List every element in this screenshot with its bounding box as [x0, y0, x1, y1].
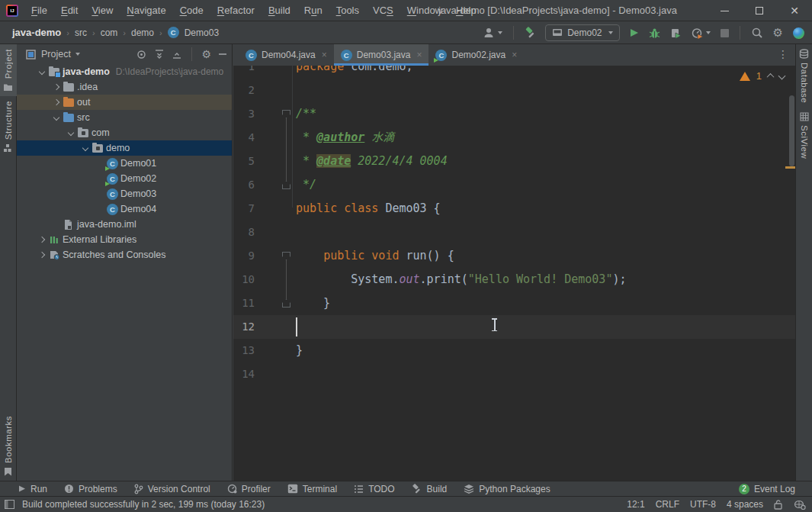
run-with-coverage-button[interactable]: [669, 24, 683, 42]
chevron-down-icon[interactable]: [75, 53, 80, 56]
menu-navigate[interactable]: Navigate: [120, 0, 172, 21]
line-separator[interactable]: CRLF: [656, 499, 679, 510]
toolwindow-button-version-control[interactable]: Version Control: [134, 484, 210, 494]
minimize-button[interactable]: [707, 0, 742, 21]
event-log-button[interactable]: 2 Event Log: [739, 484, 795, 494]
tree-node-demo[interactable]: demo: [17, 140, 232, 156]
breadcrumb-item[interactable]: demo: [131, 27, 154, 38]
stripe-button-sciview[interactable]: SciView: [796, 108, 812, 163]
code-line-7[interactable]: 7public class Demo03 {: [233, 197, 795, 221]
toolwindow-button-profiler[interactable]: Profiler: [227, 484, 271, 494]
chevron-right-icon[interactable]: [35, 237, 49, 242]
toolwindow-button-run[interactable]: Run: [18, 484, 47, 494]
toolwindow-button-todo[interactable]: TODO: [354, 484, 394, 494]
code-line-10[interactable]: 10 System.out.print("Hello World! Demo03…: [233, 268, 795, 291]
chevron-right-icon[interactable]: [50, 85, 63, 89]
tree-node-out[interactable]: out: [17, 95, 232, 110]
menu-code[interactable]: Code: [173, 0, 210, 21]
stripe-button-structure[interactable]: Structure: [0, 96, 17, 157]
search-everywhere-button[interactable]: [749, 24, 765, 42]
tree-node-java-demo-iml[interactable]: java-demo.iml: [17, 217, 232, 232]
tree-node-scratches-and-consoles[interactable]: Scratches and Consoles: [17, 247, 232, 262]
stripe-button-bookmarks[interactable]: Bookmarks: [0, 411, 17, 481]
editor-tab-demo02-java[interactable]: CDemo02.java×: [428, 44, 524, 66]
menu-vcs[interactable]: VCS: [366, 0, 400, 21]
tree-node-demo03[interactable]: CDemo03: [17, 186, 232, 201]
code-with-me-button[interactable]: [791, 24, 806, 42]
tree-node-com[interactable]: com: [17, 125, 232, 140]
hide-panel-icon[interactable]: [218, 50, 227, 59]
chevron-right-icon[interactable]: [35, 253, 49, 257]
tree-node-src[interactable]: src: [17, 110, 232, 125]
stripe-button-database[interactable]: Database: [796, 44, 812, 108]
code-line-1[interactable]: 1package com.demo;: [233, 66, 795, 79]
inspection-widget[interactable]: 1: [740, 70, 785, 82]
toolwindow-button-terminal[interactable]: Terminal: [287, 484, 337, 494]
tree-node-java-demo[interactable]: java-demoD:\IdeaProjects\java-demo: [17, 64, 232, 79]
tree-node-demo02[interactable]: CDemo02: [17, 171, 232, 186]
gear-icon[interactable]: ⚙: [201, 48, 211, 60]
menu-refactor[interactable]: Refactor: [210, 0, 262, 21]
prev-issue-icon[interactable]: [767, 73, 775, 81]
run-button[interactable]: [627, 24, 640, 42]
menu-build[interactable]: Build: [262, 0, 297, 21]
breadcrumb-item[interactable]: Demo03: [185, 27, 219, 38]
stripe-button-project[interactable]: Project: [0, 44, 17, 96]
project-panel-title[interactable]: Project: [41, 49, 71, 60]
code-line-11[interactable]: 11 }: [233, 291, 795, 315]
close-tab-icon[interactable]: ×: [416, 50, 422, 60]
code-line-13[interactable]: 13}: [233, 339, 795, 362]
collapse-all-icon[interactable]: [172, 49, 182, 60]
chevron-down-icon[interactable]: [35, 69, 49, 74]
code-line-2[interactable]: 2: [233, 79, 795, 102]
user-dropdown-button[interactable]: [481, 24, 504, 42]
tree-node--idea[interactable]: .idea: [17, 79, 232, 95]
tree-node-external-libraries[interactable]: External Libraries: [17, 232, 232, 247]
locate-file-icon[interactable]: [136, 49, 147, 60]
debug-button[interactable]: [647, 24, 662, 42]
tree-node-demo01[interactable]: CDemo01: [17, 156, 232, 171]
status-message[interactable]: Build completed successfully in 2 sec, 1…: [22, 499, 265, 510]
lock-open-icon[interactable]: [774, 500, 783, 510]
caret-position[interactable]: 12:1: [627, 499, 644, 510]
toolwindow-button-problems[interactable]: Problems: [64, 484, 117, 494]
breadcrumb-item[interactable]: java-demo: [12, 27, 61, 38]
run-configuration-select[interactable]: Demo02: [545, 24, 619, 41]
close-tab-icon[interactable]: ×: [322, 50, 327, 60]
editor-viewport[interactable]: 1 1package com.demo;23/**4 * @author 水滴5…: [233, 66, 795, 481]
code-line-9[interactable]: 9 public void run() {: [233, 244, 795, 268]
editor-scrollbar[interactable]: [789, 95, 794, 166]
code-line-5[interactable]: 5 * @date 2022/4/4 0004: [233, 150, 795, 173]
editor-tab-demo03-java[interactable]: CDemo03.java×: [334, 44, 429, 66]
code-line-4[interactable]: 4 * @author 水滴: [233, 126, 795, 150]
menu-edit[interactable]: Edit: [54, 0, 85, 21]
expand-all-icon[interactable]: [154, 49, 165, 60]
breadcrumb-item[interactable]: src: [75, 27, 87, 38]
code-line-6[interactable]: 6 */: [233, 173, 795, 197]
toolwindow-button-build[interactable]: Build: [412, 484, 448, 494]
breadcrumb-item[interactable]: com: [101, 27, 118, 38]
close-tab-icon[interactable]: ×: [512, 50, 517, 60]
chevron-down-icon[interactable]: [50, 115, 63, 120]
code-line-14[interactable]: 14: [233, 362, 795, 386]
code-line-12[interactable]: 12: [233, 315, 795, 339]
tree-node-demo04[interactable]: CDemo04: [17, 201, 232, 217]
profiler-button[interactable]: [690, 24, 712, 42]
menu-tools[interactable]: Tools: [329, 0, 366, 21]
build-project-button[interactable]: [523, 24, 538, 42]
next-issue-icon[interactable]: [778, 72, 786, 80]
code-line-3[interactable]: 3/**: [233, 102, 795, 126]
settings-sync-icon[interactable]: [794, 500, 806, 510]
file-encoding[interactable]: UTF-8: [690, 499, 716, 510]
error-stripe-mark[interactable]: [785, 166, 795, 169]
editor-tab-demo04-java[interactable]: CDemo04.java×: [239, 44, 334, 66]
menu-view[interactable]: View: [85, 0, 120, 21]
chevron-down-icon[interactable]: [64, 130, 78, 135]
toolwindow-button-python-packages[interactable]: Python Packages: [464, 484, 550, 494]
indent-setting[interactable]: 4 spaces: [727, 499, 763, 510]
toolwindow-toggle-icon[interactable]: [5, 500, 14, 509]
menu-file[interactable]: File: [24, 0, 54, 21]
code-line-8[interactable]: 8: [233, 221, 795, 244]
maximize-button[interactable]: [742, 0, 777, 21]
settings-button[interactable]: ⚙: [772, 24, 785, 42]
